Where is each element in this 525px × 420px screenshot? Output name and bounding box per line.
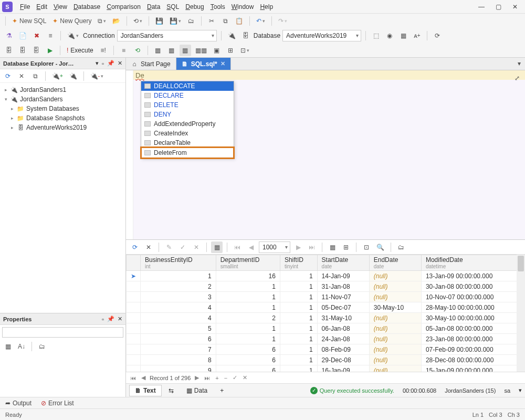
db-icon[interactable]: 🗄 bbox=[240, 30, 251, 41]
cell[interactable]: 31-May-10 bbox=[317, 313, 369, 323]
ac-item[interactable]: AddExtendedProperty bbox=[141, 119, 234, 129]
remove-conn-button[interactable]: 🔌-▾ bbox=[88, 70, 106, 82]
cell[interactable]: 9 bbox=[141, 365, 216, 372]
results-grid-button[interactable]: ▦ bbox=[211, 242, 223, 253]
results-cancel-button[interactable]: ✕ bbox=[143, 242, 154, 253]
table-row[interactable]: 42131-May-10(null)30-May-10 00:00:00.000 bbox=[127, 313, 525, 323]
cell[interactable]: (null) bbox=[369, 281, 421, 292]
results-a[interactable]: ▦ bbox=[152, 45, 164, 56]
new-conn-button[interactable]: 🔌+ bbox=[50, 70, 65, 82]
column-header[interactable]: EndDatedate bbox=[369, 255, 421, 271]
tab-close-icon[interactable]: ✕ bbox=[220, 60, 225, 67]
cell[interactable]: 1 bbox=[216, 281, 280, 292]
cell[interactable]: 1 bbox=[280, 334, 317, 344]
run-button[interactable]: ▶ bbox=[44, 45, 56, 56]
results-c[interactable]: ▦ bbox=[180, 45, 191, 56]
table-row[interactable]: 31111-Nov-07(null)10-Nov-07 00:00:00.000 bbox=[127, 292, 525, 302]
format-button[interactable]: ≡ bbox=[45, 30, 56, 41]
prop-pages-button[interactable]: 🗂 bbox=[36, 341, 48, 352]
table-row[interactable]: 76108-Feb-09(null)07-Feb-09 00:00:00.000 bbox=[127, 344, 525, 355]
execute-button[interactable]: !Execute bbox=[65, 45, 96, 56]
ac-item[interactable]: DECLARE bbox=[141, 91, 234, 100]
open-button[interactable]: 📂 bbox=[110, 15, 122, 27]
panel-pin-icon[interactable]: 📌 bbox=[107, 60, 114, 67]
column-header[interactable]: DepartmentIDsmallint bbox=[216, 255, 280, 271]
view-pivot-button[interactable]: ⊡ bbox=[361, 242, 372, 253]
menu-sql[interactable]: SQL bbox=[163, 2, 182, 12]
paste-button[interactable]: 📋 bbox=[233, 15, 245, 27]
cell[interactable]: 4 bbox=[141, 313, 216, 323]
cell[interactable]: 7 bbox=[141, 344, 216, 355]
new-query-button[interactable]: ✦New Query bbox=[50, 15, 93, 27]
commit-button[interactable]: ⟲ bbox=[132, 45, 143, 56]
results-f[interactable]: ⊞ bbox=[225, 45, 236, 56]
tree-node[interactable]: ▸📁System Databases bbox=[0, 104, 125, 113]
menu-file[interactable]: File bbox=[17, 2, 33, 12]
view-export-button[interactable]: 🗂 bbox=[395, 242, 407, 253]
cell[interactable]: 23-Jan-08 00:00:00.000 bbox=[421, 334, 524, 344]
database-combo[interactable]: AdventureWorks2019 bbox=[282, 30, 361, 41]
tree-node[interactable]: ▸🔌JordanSanders1 bbox=[0, 85, 125, 94]
results-edit-button[interactable]: ✎ bbox=[163, 242, 175, 253]
cell[interactable]: 11-Nov-07 bbox=[317, 292, 369, 302]
results-grid[interactable]: BusinessEntityIDintDepartmentIDsmallintS… bbox=[126, 255, 525, 372]
menu-view[interactable]: View bbox=[50, 2, 70, 12]
cell[interactable]: 06-Jan-08 bbox=[317, 323, 369, 334]
cell[interactable]: 16-Jan-09 bbox=[317, 365, 369, 372]
cell[interactable]: 15-Jan-09 00:00:00.000 bbox=[421, 365, 524, 372]
cell[interactable]: 4 bbox=[141, 302, 216, 313]
panel-dropdown-icon[interactable]: ▾ bbox=[96, 60, 99, 67]
cell[interactable]: 1 bbox=[280, 313, 317, 323]
rec-last-button[interactable]: ⏭ bbox=[203, 375, 211, 381]
sql-editor[interactable]: De DEALLOCATEDECLAREDELETEDENYAddExtende… bbox=[126, 70, 525, 239]
tab-sql[interactable]: 🗎 SQL.sql* ✕ bbox=[176, 58, 231, 70]
menu-window[interactable]: Window bbox=[228, 2, 257, 12]
view-card-button[interactable]: ⊞ bbox=[340, 242, 352, 253]
connect-button[interactable]: 🔌▾ bbox=[65, 30, 81, 41]
cell[interactable]: 1 bbox=[216, 334, 280, 344]
column-header[interactable]: ShiftIDtinyint bbox=[280, 255, 317, 271]
cell[interactable]: 08-Feb-09 bbox=[317, 344, 369, 355]
cell[interactable]: (null) bbox=[369, 292, 421, 302]
undo-button[interactable]: ↶▾ bbox=[254, 15, 267, 27]
cell[interactable]: 1 bbox=[280, 323, 317, 334]
results-g[interactable]: ⊡▾ bbox=[238, 45, 251, 56]
refresh-button[interactable]: ⟳ bbox=[432, 30, 443, 41]
column-header[interactable]: StartDatedate bbox=[317, 255, 369, 271]
menu-help[interactable]: Help bbox=[257, 2, 276, 12]
table-row[interactable]: ➤116114-Jan-09(null)13-Jan-09 00:00:00.0… bbox=[127, 271, 525, 281]
cell[interactable]: (null) bbox=[369, 313, 421, 323]
ac-item[interactable]: DELETE bbox=[141, 100, 234, 110]
connection-combo[interactable]: JordanSanders bbox=[117, 30, 217, 41]
cell[interactable]: 13-Jan-09 00:00:00.000 bbox=[421, 271, 524, 281]
results-d[interactable]: ▦▦ bbox=[193, 45, 209, 56]
cell[interactable]: 30-May-10 bbox=[369, 302, 421, 313]
results-apply-button[interactable]: ✓ bbox=[177, 242, 188, 253]
column-header[interactable]: ModifiedDatedatetime bbox=[421, 255, 524, 271]
cell[interactable]: 10-Nov-07 00:00:00.000 bbox=[421, 292, 524, 302]
menu-tools[interactable]: Tools bbox=[207, 2, 228, 12]
table-row[interactable]: 61124-Jan-08(null)23-Jan-08 00:00:00.000 bbox=[127, 334, 525, 344]
grid-scrollbar[interactable] bbox=[517, 255, 525, 372]
cell[interactable]: 14-Jan-09 bbox=[317, 271, 369, 281]
maximize-button[interactable]: ▢ bbox=[495, 3, 502, 10]
results-revert-button[interactable]: ✕ bbox=[191, 242, 202, 253]
tree-node[interactable]: ▸🗄AdventureWorks2019 bbox=[0, 123, 125, 132]
cell[interactable]: 1 bbox=[280, 344, 317, 355]
redo-button[interactable]: ↷▾ bbox=[276, 15, 289, 27]
script-button[interactable]: 📄 bbox=[17, 30, 29, 41]
menu-comparison[interactable]: Comparison bbox=[103, 2, 144, 12]
cell[interactable]: 28-May-10 00:00:00.000 bbox=[421, 302, 524, 313]
page-size-combo[interactable]: 1000 bbox=[259, 242, 290, 253]
cell[interactable]: 1 bbox=[280, 271, 317, 281]
rec-next-button[interactable]: ▶ bbox=[194, 374, 200, 381]
menu-debug[interactable]: Debug bbox=[182, 2, 207, 12]
page-prev-button[interactable]: ◀ bbox=[245, 242, 257, 253]
cell[interactable]: 31-Jan-08 bbox=[317, 281, 369, 292]
ac-item[interactable]: DENY bbox=[141, 110, 234, 119]
view-find-button[interactable]: 🔍 bbox=[374, 242, 386, 253]
results-e[interactable]: ▣ bbox=[211, 45, 223, 56]
ac-item[interactable]: CreateIndex bbox=[141, 129, 234, 138]
rec-del-button[interactable]: − bbox=[223, 375, 228, 381]
output-link[interactable]: ➦Output bbox=[5, 400, 32, 407]
